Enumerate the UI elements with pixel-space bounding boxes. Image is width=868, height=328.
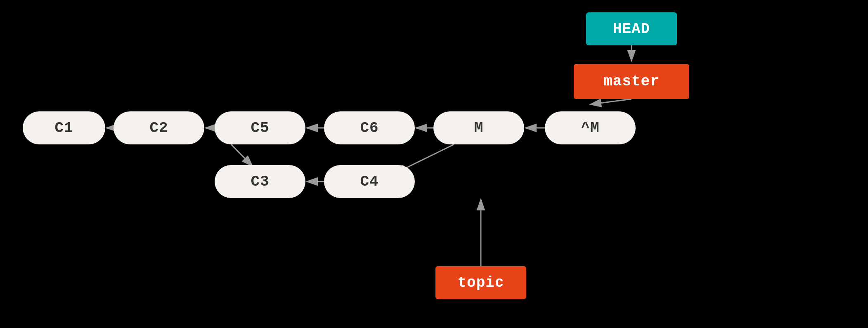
commit-node-c3: C3 [215, 165, 305, 198]
commit-node-cm: ^M [545, 111, 636, 144]
commit-node-c4: C4 [324, 165, 415, 198]
master-label: master [574, 64, 689, 99]
topic-label: topic [435, 266, 526, 299]
svg-line-4 [231, 144, 253, 166]
commit-node-c2: C2 [114, 111, 204, 144]
commit-node-c1: C1 [23, 111, 105, 144]
commit-node-c5: C5 [215, 111, 305, 144]
arrows-svg [0, 0, 868, 328]
head-label: HEAD [586, 12, 677, 45]
commit-node-c6: C6 [324, 111, 415, 144]
svg-line-10 [590, 99, 631, 104]
commit-node-m: M [433, 111, 524, 144]
git-diagram: C1 C2 C3 C4 C5 C6 M ^M HEAD master topic [0, 0, 868, 328]
